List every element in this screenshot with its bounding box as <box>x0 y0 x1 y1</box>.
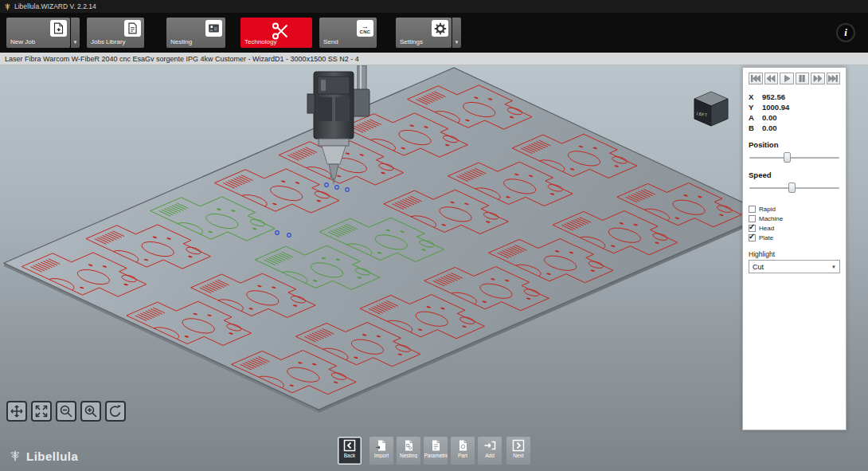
step-forward-icon <box>813 75 823 82</box>
rotate-view-button[interactable] <box>105 401 126 422</box>
back-icon <box>343 439 356 452</box>
toolbar-button-send[interactable]: → CNC Send <box>319 18 377 48</box>
toolbar-button-new-job[interactable]: New Job <box>6 18 70 48</box>
parametric-button[interactable]: Parametric <box>424 437 448 465</box>
axis-label-b: B <box>749 123 762 133</box>
orientation-cube[interactable]: LEFT <box>694 92 728 126</box>
rotate-view-icon <box>108 404 123 418</box>
chevron-down-icon: ▼ <box>831 265 836 269</box>
statusbar: Laser Fibra Warcom W-FibeR 2040 cnc EsaG… <box>0 53 868 65</box>
window-title: Libellula.WIZARD V. 2.2.14 <box>14 2 96 10</box>
position-slider[interactable] <box>749 151 840 163</box>
position-label: Position <box>749 140 840 149</box>
part-button[interactable]: Part <box>451 437 475 465</box>
axis-value-b: 0.00 <box>762 123 777 133</box>
plate-checkbox-label: Plate <box>759 234 773 241</box>
playback-skip-start-button[interactable] <box>749 73 763 84</box>
axis-label-a: A <box>749 112 762 123</box>
add-button[interactable]: Add <box>478 437 502 465</box>
head-checkbox-label: Head <box>759 225 774 232</box>
plate-checkbox[interactable] <box>749 234 756 241</box>
scene-3d[interactable]: LEFT <box>0 65 868 471</box>
skip-end-icon <box>828 75 838 82</box>
coordinate-readout: X 952.56 Y 1000.94 A 0.00 B 0.00 <box>749 92 840 133</box>
new-job-icon <box>50 20 67 37</box>
main-toolbar: New Job ▼ Jobs Library Nesting <box>0 13 868 53</box>
wizard-navigation: Back Import Nesting <box>338 437 530 465</box>
next-button[interactable]: Next <box>506 437 530 465</box>
toolbar-button-technology[interactable]: Technology <box>240 18 312 48</box>
machine-checkbox[interactable] <box>749 215 756 222</box>
axis-value-y: 1000.94 <box>762 102 789 112</box>
zoom-out-button[interactable] <box>56 401 76 422</box>
logo-text: Libellula <box>26 449 78 463</box>
toolbar-button-jobs-library[interactable]: Jobs Library <box>87 18 144 48</box>
playback-play-button[interactable] <box>780 73 794 84</box>
playback-skip-end-button[interactable] <box>827 73 841 84</box>
new-job-dropdown[interactable]: ▼ <box>71 18 80 48</box>
skip-start-icon <box>751 75 760 82</box>
part-icon <box>456 439 469 452</box>
rapid-checkbox[interactable] <box>749 206 756 213</box>
libellula-logo: Libellula <box>8 449 78 463</box>
settings-dropdown[interactable]: ▼ <box>452 18 461 48</box>
position-slider-thumb[interactable] <box>784 152 791 163</box>
nesting-icon <box>205 20 222 37</box>
play-icon <box>782 75 792 82</box>
send-cnc-icon: → CNC <box>357 20 373 37</box>
rapid-checkbox-label: Rapid <box>759 206 776 213</box>
speed-slider-thumb[interactable] <box>788 183 796 193</box>
parametric-icon <box>429 439 442 452</box>
machine-checkbox-label: Machine <box>759 215 783 222</box>
nesting-doc-icon <box>402 439 415 452</box>
pause-icon <box>797 75 807 82</box>
highlight-select[interactable]: Cut ▼ <box>749 260 840 273</box>
highlight-selected-value: Cut <box>753 263 764 271</box>
display-options: Rapid Machine Head Plate <box>749 204 840 242</box>
coordinate-row-a: A 0.00 <box>749 112 840 123</box>
viewport-3d[interactable]: LEFT <box>0 65 868 471</box>
axis-label-x: X <box>749 92 762 102</box>
send-arrow-glyph: → <box>362 23 369 29</box>
jobs-library-icon <box>124 20 141 37</box>
highlight-label: Highlight <box>749 250 840 258</box>
zoom-out-icon <box>59 404 73 418</box>
fit-view-button[interactable] <box>31 401 52 422</box>
step-back-icon <box>766 75 776 82</box>
next-icon <box>512 439 525 452</box>
axis-label-y: Y <box>749 102 762 112</box>
playback-pause-button[interactable] <box>796 73 810 84</box>
pan-tool-button[interactable] <box>6 401 27 422</box>
playback-step-forward-button[interactable] <box>811 73 825 84</box>
coordinate-row-y: Y 1000.94 <box>749 102 840 112</box>
titlebar: Libellula.WIZARD V. 2.2.14 <box>0 0 868 13</box>
send-cnc-text: CNC <box>360 29 371 34</box>
fit-view-icon <box>34 404 49 418</box>
pan-icon <box>10 404 24 418</box>
simulation-panel: X 952.56 Y 1000.94 A 0.00 B 0.00 Positio… <box>742 67 846 430</box>
import-button[interactable]: Import <box>369 437 393 465</box>
axis-value-x: 952.56 <box>762 92 785 102</box>
job-description: Laser Fibra Warcom W-FibeR 2040 cnc EsaG… <box>5 55 359 63</box>
import-icon <box>375 439 388 452</box>
back-button[interactable]: Back <box>338 437 362 465</box>
zoom-in-button[interactable] <box>80 401 101 422</box>
info-button[interactable]: i <box>836 23 855 42</box>
app-logo-icon <box>4 3 11 10</box>
playback-step-back-button[interactable] <box>764 73 779 84</box>
toolbar-button-nesting[interactable]: Nesting <box>166 18 225 48</box>
zoom-in-icon <box>84 404 98 418</box>
dragonfly-icon <box>8 449 22 463</box>
checkbox-row-machine: Machine <box>749 214 840 223</box>
speed-slider[interactable] <box>749 182 840 194</box>
app-window: Libellula.WIZARD V. 2.2.14 New Job ▼ J <box>0 0 868 471</box>
coordinate-row-x: X 952.56 <box>749 92 840 102</box>
playback-controls <box>749 73 840 84</box>
view-tools <box>6 401 126 422</box>
nesting-nav-button[interactable]: Nesting <box>397 437 420 465</box>
toolbar-button-settings[interactable]: Settings <box>396 18 452 48</box>
coordinate-row-b: B 0.00 <box>749 123 840 133</box>
checkbox-row-head: Head <box>749 223 840 233</box>
gear-icon <box>432 20 448 37</box>
head-checkbox[interactable] <box>749 225 756 232</box>
